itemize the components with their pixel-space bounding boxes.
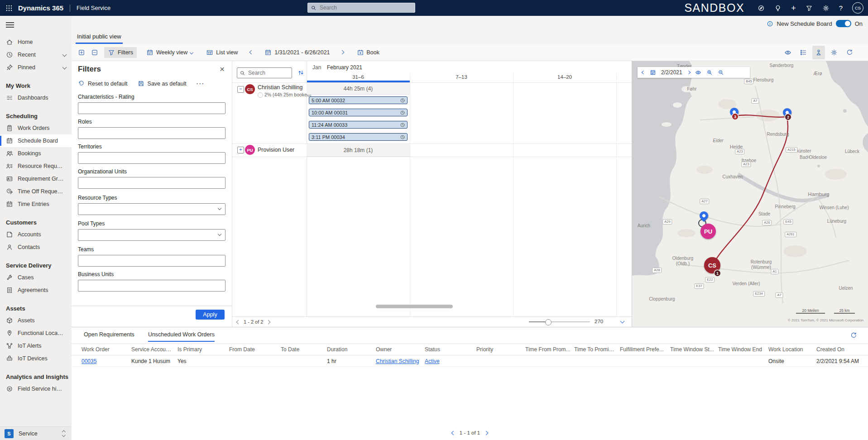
column-header[interactable]: Work Location bbox=[768, 346, 816, 353]
zoom-slider-knob[interactable] bbox=[545, 319, 551, 325]
quick-launch-icon[interactable] bbox=[758, 5, 765, 12]
resource-search-input[interactable] bbox=[247, 69, 285, 77]
horizontal-scrollbar[interactable] bbox=[376, 305, 453, 308]
column-header[interactable]: Fulfillment Prefe... bbox=[620, 346, 670, 353]
resource-search[interactable] bbox=[237, 67, 292, 78]
sidebar-item-pinned[interactable]: Pinned bbox=[0, 61, 72, 74]
zoom-in-icon[interactable] bbox=[706, 69, 713, 76]
column-header[interactable]: Time Window St... bbox=[670, 346, 718, 353]
book-button[interactable]: Book bbox=[353, 47, 384, 58]
previous-page-button[interactable] bbox=[236, 320, 241, 324]
sidebar-item-recent[interactable]: Recent bbox=[0, 48, 72, 61]
column-header[interactable]: Priority bbox=[476, 346, 525, 353]
save-as-default-button[interactable]: Save as default bbox=[148, 81, 187, 87]
characteristics-rating-input[interactable] bbox=[78, 103, 225, 114]
close-icon[interactable]: × bbox=[220, 65, 225, 73]
add-icon[interactable]: + bbox=[791, 4, 796, 12]
column-header[interactable]: Duration bbox=[327, 346, 376, 353]
booking-summary-cell[interactable]: 44h 25m (4) bbox=[307, 83, 410, 95]
requirements-panel-icon[interactable] bbox=[797, 46, 810, 59]
sidebar-item-requirement-groups[interactable]: Requirement Groups bbox=[0, 172, 72, 185]
more-commands-button[interactable]: ··· bbox=[197, 81, 205, 87]
view-mode-button[interactable]: Weekly view bbox=[143, 47, 197, 58]
column-header[interactable]: Time To Promised bbox=[574, 346, 620, 353]
week-column-header[interactable]: 14–20 bbox=[513, 74, 616, 80]
column-header[interactable]: Is Primary bbox=[177, 346, 229, 353]
collapse-panel-icon[interactable] bbox=[91, 49, 98, 56]
map-focus-icon[interactable] bbox=[695, 69, 701, 76]
resource-name[interactable]: Christian Schilling bbox=[258, 84, 302, 91]
resource-avatar[interactable]: CS bbox=[245, 84, 255, 94]
sidebar-item-resource-requirements[interactable]: Resource Requireme... bbox=[0, 160, 72, 172]
organizational-units-input[interactable] bbox=[78, 177, 225, 188]
reset-to-default-button[interactable]: Reset to default bbox=[88, 81, 128, 87]
pool-types-select[interactable] bbox=[78, 230, 225, 240]
column-header[interactable]: Work Order bbox=[82, 346, 131, 353]
previous-page-button[interactable] bbox=[451, 430, 456, 435]
week-column-header[interactable]: 7–13 bbox=[410, 74, 513, 80]
board-view-tab[interactable]: Initial public view bbox=[76, 33, 123, 44]
area-switcher[interactable]: S Service bbox=[0, 426, 71, 440]
week-column-header[interactable]: 31–6 bbox=[307, 74, 410, 80]
work-order-link[interactable]: 00035 bbox=[82, 358, 96, 364]
map-view-icon[interactable] bbox=[812, 46, 825, 59]
refresh-icon[interactable] bbox=[843, 46, 856, 59]
column-header[interactable]: From Date bbox=[229, 346, 281, 353]
resource-map-avatar[interactable]: PU bbox=[700, 224, 716, 239]
sort-icon[interactable] bbox=[297, 69, 304, 76]
sidebar-item-dashboards[interactable]: Dashboards bbox=[0, 91, 72, 104]
settings-gear-icon[interactable] bbox=[822, 5, 830, 12]
waffle-icon[interactable] bbox=[5, 5, 13, 12]
list-view-button[interactable]: List view bbox=[202, 47, 241, 58]
lightbulb-icon[interactable] bbox=[774, 5, 782, 12]
sidebar-item-assets[interactable]: Assets bbox=[0, 314, 72, 327]
roles-input[interactable] bbox=[78, 128, 225, 139]
sidebar-item-home[interactable]: Home bbox=[0, 36, 72, 48]
column-header[interactable]: Owner bbox=[376, 346, 425, 353]
table-row[interactable]: 00035 Kunde 1 Husum Yes 1 hr Christian S… bbox=[72, 355, 868, 367]
next-period-button[interactable] bbox=[340, 50, 344, 55]
next-page-button[interactable] bbox=[266, 320, 271, 324]
expand-resource-button[interactable]: + bbox=[237, 147, 244, 153]
add-panel-icon[interactable] bbox=[78, 49, 85, 56]
sidebar-item-accounts[interactable]: Accounts bbox=[0, 228, 72, 241]
menu-icon[interactable] bbox=[6, 22, 14, 28]
column-header[interactable]: Status bbox=[425, 346, 476, 353]
filter-icon[interactable] bbox=[806, 5, 813, 12]
sidebar-item-bookings[interactable]: Bookings bbox=[0, 147, 72, 160]
status-link[interactable]: Active bbox=[425, 358, 440, 364]
sidebar-item-functional-locations[interactable]: Functional Locations bbox=[0, 327, 72, 340]
board-settings-gear-icon[interactable] bbox=[828, 46, 840, 59]
eye-icon[interactable] bbox=[782, 46, 794, 59]
column-header[interactable]: Time From Prom... bbox=[525, 346, 574, 353]
collapse-resource-button[interactable]: − bbox=[237, 86, 244, 93]
calendar-icon[interactable] bbox=[650, 69, 656, 76]
booking-chip[interactable]: 11:24 AM 00033 bbox=[309, 121, 408, 129]
info-icon[interactable] bbox=[767, 20, 773, 27]
zoom-slider[interactable] bbox=[529, 321, 590, 322]
sidebar-item-iot-alerts[interactable]: IoT Alerts bbox=[0, 340, 72, 352]
resource-types-select[interactable] bbox=[78, 204, 225, 215]
sidebar-item-time-entries[interactable]: Time Entries bbox=[0, 198, 72, 210]
zoom-out-icon[interactable] bbox=[718, 69, 724, 76]
sidebar-item-work-orders[interactable]: Work Orders bbox=[0, 122, 72, 134]
next-page-button[interactable] bbox=[484, 430, 489, 435]
help-icon[interactable]: ? bbox=[839, 4, 843, 12]
map-previous-day-button[interactable] bbox=[642, 71, 645, 74]
chevron-down-icon[interactable] bbox=[620, 319, 625, 324]
sidebar-item-field-service-historical[interactable]: Field Service historic... bbox=[0, 383, 72, 395]
tab-open-requirements[interactable]: Open Requirements bbox=[84, 331, 134, 342]
map-next-day-button[interactable] bbox=[686, 71, 690, 74]
sidebar-item-agreements[interactable]: Agreements bbox=[0, 284, 72, 297]
app-title[interactable]: Dynamics 365 bbox=[18, 4, 63, 12]
booking-chip[interactable]: 10:00 AM 00031 bbox=[309, 109, 408, 116]
booking-chip[interactable]: 3:11 PM 00034 bbox=[309, 133, 408, 141]
date-range-picker[interactable]: 1/31/2021 - 6/26/2021 bbox=[261, 47, 333, 58]
booking-summary-cell[interactable]: 28h 18m (1) bbox=[307, 144, 410, 157]
column-header[interactable]: Created On bbox=[816, 346, 866, 353]
map-date[interactable]: 2/2/2021 bbox=[661, 69, 682, 76]
tab-unscheduled-work-orders[interactable]: Unscheduled Work Orders bbox=[148, 331, 215, 342]
sidebar-item-iot-devices[interactable]: IoT Devices bbox=[0, 352, 72, 365]
new-schedule-board-toggle[interactable] bbox=[836, 20, 851, 27]
resource-avatar[interactable]: PU bbox=[245, 145, 255, 155]
